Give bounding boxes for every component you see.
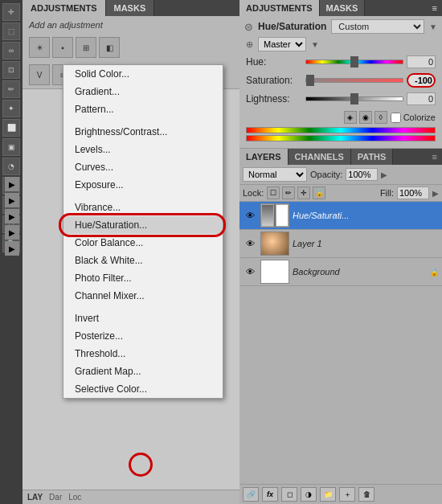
saturation-value[interactable]: -100 xyxy=(407,73,436,88)
delete-layer-btn[interactable]: 🗑 xyxy=(358,487,374,502)
sample-icon-2[interactable]: ◉ xyxy=(359,111,372,124)
right-panel: ADJUSTMENTS MASKS ≡ ⊜ Hue/Saturation Cus… xyxy=(239,0,442,504)
tool-move[interactable]: ✛ xyxy=(2,3,20,21)
layer-row-background[interactable]: 👁 Background 🔒 xyxy=(239,258,442,286)
lock-move[interactable]: ✛ xyxy=(297,186,310,199)
sat-slider-track[interactable] xyxy=(305,78,403,83)
opacity-input[interactable] xyxy=(346,168,378,181)
lock-transparent[interactable]: ☐ xyxy=(267,186,280,199)
light-slider-thumb[interactable] xyxy=(350,93,358,104)
menu-threshold[interactable]: Threshold... xyxy=(63,345,223,363)
menu-exposure[interactable]: Exposure... xyxy=(63,176,223,194)
menu-vibrance[interactable]: Vibrance... xyxy=(63,199,223,216)
hue-slider-track[interactable] xyxy=(305,59,403,64)
tab-layers[interactable]: LAYERS xyxy=(239,149,289,165)
fill-label: Fill: xyxy=(380,188,394,198)
menu-solid-color[interactable]: Solid Color... xyxy=(63,65,223,83)
hue-label: Hue: xyxy=(246,56,302,68)
layer-eye-huesat[interactable]: 👁 xyxy=(243,208,257,223)
layer-name-huesat: Hue/Saturati... xyxy=(293,211,439,220)
mask-btn[interactable]: ◻ xyxy=(281,487,297,502)
adj-icon-vibrance[interactable]: V xyxy=(29,64,50,85)
menu-invert[interactable]: Invert xyxy=(63,309,223,327)
lightness-label: Lightness: xyxy=(246,93,302,104)
tool-brush[interactable]: ✏ xyxy=(2,80,20,98)
hue-sat-title-row: ⊜ Hue/Saturation Custom ▼ xyxy=(239,16,442,35)
eye-left-2[interactable]: ▶ xyxy=(5,193,19,207)
menu-curves[interactable]: Curves... xyxy=(63,158,223,176)
new-layer-btn[interactable]: ＋ xyxy=(339,487,355,502)
light-slider-container xyxy=(305,93,403,104)
eye-left-3[interactable]: ▶ xyxy=(5,209,19,223)
menu-color-balance[interactable]: Color Balance... xyxy=(63,234,223,252)
group-btn[interactable]: 📁 xyxy=(320,487,336,502)
layer-eye-background[interactable]: 👁 xyxy=(243,264,257,279)
adj-icon-curves[interactable]: ⊞ xyxy=(76,37,96,58)
tool-lasso[interactable]: ∞ xyxy=(2,42,20,59)
layers-menu-icon[interactable]: ≡ xyxy=(428,149,442,165)
tool-select[interactable]: ⬚ xyxy=(2,23,20,40)
menu-gradient[interactable]: Gradient... xyxy=(63,83,223,100)
menu-selective-color[interactable]: Selective Color... xyxy=(63,380,223,398)
menu-photo-filter[interactable]: Photo Filter... xyxy=(63,269,223,287)
colorize-checkbox: Colorize xyxy=(391,113,436,123)
dropdown-arrow[interactable]: ▼ xyxy=(429,23,437,31)
fill-input[interactable] xyxy=(397,186,429,199)
link-layers-btn[interactable]: 🔗 xyxy=(243,487,259,502)
colorize-check-input[interactable] xyxy=(391,113,401,123)
eye-left-1[interactable]: ▶ xyxy=(5,177,19,191)
sat-slider-thumb[interactable] xyxy=(306,75,314,86)
tool-clone[interactable]: ✦ xyxy=(2,100,20,117)
sample-icons: ◈ ◉ ◊ xyxy=(344,111,387,124)
menu-bw[interactable]: Black & White... xyxy=(63,252,223,269)
lock-label: Lock: xyxy=(243,188,264,198)
lock-all[interactable]: 🔒 xyxy=(313,186,325,199)
preset-dropdown[interactable]: Custom xyxy=(331,19,424,34)
light-slider-track[interactable] xyxy=(305,96,403,101)
tool-dodge[interactable]: ◔ xyxy=(2,158,20,175)
sample-icon-1[interactable]: ◈ xyxy=(344,111,357,124)
menu-hue-sat[interactable]: Hue/Saturation... xyxy=(63,216,223,234)
layer-thumb-background xyxy=(260,260,289,284)
tool-gradient[interactable]: ▣ xyxy=(2,138,20,156)
fx-btn[interactable]: fx xyxy=(262,487,278,502)
adj-icon-brightness[interactable]: ☀ xyxy=(29,37,50,58)
lightness-value[interactable]: 0 xyxy=(407,92,436,105)
tab-paths[interactable]: PATHS xyxy=(351,149,394,165)
menu-channel-mixer[interactable]: Channel Mixer... xyxy=(63,287,223,305)
fill-arrow[interactable]: ▶ xyxy=(432,189,439,198)
hue-slider-thumb[interactable] xyxy=(350,56,358,68)
menu-brightness[interactable]: Brightness/Contrast... xyxy=(63,123,223,141)
menu-posterize[interactable]: Posterize... xyxy=(63,327,223,345)
menu-pattern[interactable]: Pattern... xyxy=(63,100,223,118)
blend-mode-select[interactable]: Normal xyxy=(243,167,307,182)
bottom-rainbow-bar xyxy=(246,127,436,133)
eye-left-4[interactable]: ▶ xyxy=(5,225,19,240)
saturation-row: Saturation: -100 xyxy=(239,71,442,90)
menu-levels[interactable]: Levels... xyxy=(63,141,223,158)
tool-eraser[interactable]: ⬜ xyxy=(2,119,20,137)
opacity-arrow[interactable]: ▶ xyxy=(381,170,387,179)
lock-paint[interactable]: ✏ xyxy=(282,186,295,199)
tab-masks-right[interactable]: MASKS xyxy=(320,0,366,16)
adj-icon-levels[interactable]: ▪ xyxy=(52,37,73,58)
master-select[interactable]: Master xyxy=(258,37,306,51)
adjustment-btn[interactable]: ◑ xyxy=(301,487,317,502)
panel-menu-right[interactable]: ≡ xyxy=(428,0,442,16)
tool-crop[interactable]: ⊡ xyxy=(2,61,20,79)
loc-label: Loc xyxy=(68,493,81,502)
layer-row-layer1[interactable]: 👁 Layer 1 xyxy=(239,230,442,258)
eye-left-5[interactable]: ▶ xyxy=(5,241,19,256)
master-dropdown-arrow[interactable]: ▼ xyxy=(311,40,319,49)
tab-adjustments-right[interactable]: ADJUSTMENTS xyxy=(239,0,320,16)
right-panel-header: ADJUSTMENTS MASKS ≡ xyxy=(239,0,442,16)
adj-icon-exposure[interactable]: ◧ xyxy=(99,37,120,58)
layer-eye-layer1[interactable]: 👁 xyxy=(243,236,257,251)
sample-icon-3[interactable]: ◊ xyxy=(374,111,387,124)
menu-gradient-map[interactable]: Gradient Map... xyxy=(63,363,223,380)
tab-masks-left[interactable]: MASKS xyxy=(106,0,155,16)
hue-value[interactable]: 0 xyxy=(407,55,436,68)
tab-channels[interactable]: CHANNELS xyxy=(289,149,351,165)
layer-row-huesat[interactable]: 👁 Hue/Saturati... xyxy=(239,202,442,230)
tab-adjustments-left[interactable]: ADJUSTMENTS xyxy=(23,0,106,16)
